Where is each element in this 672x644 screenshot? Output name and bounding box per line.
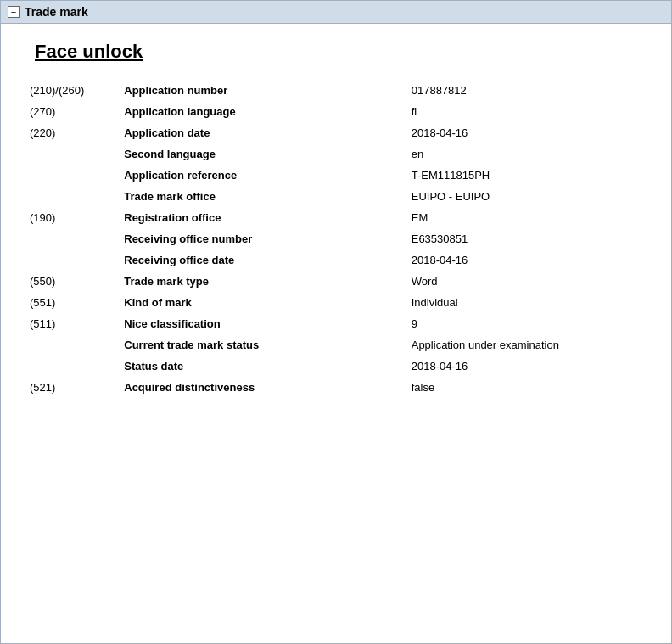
field-code [26, 186, 120, 207]
field-label: Current trade mark status [120, 334, 407, 356]
table-row: (521)Acquired distinctivenessfalse [26, 377, 646, 398]
trademark-name: Face unlock [35, 41, 646, 63]
trade-mark-panel: − Trade mark Face unlock (210)/(260)Appl… [0, 0, 672, 644]
field-code: (190) [26, 207, 120, 228]
field-code [26, 143, 120, 165]
field-code [26, 334, 120, 356]
collapse-icon[interactable]: − [8, 6, 20, 18]
table-row: Current trade mark statusApplication und… [26, 334, 646, 356]
field-label: Trade mark type [120, 271, 407, 292]
fields-table: (210)/(260)Application number017887812(2… [26, 80, 646, 398]
field-label: Application language [120, 101, 407, 122]
table-row: (270)Application languagefi [26, 101, 646, 122]
table-row: (551)Kind of markIndividual [26, 292, 646, 313]
field-code: (550) [26, 271, 120, 292]
field-code: (511) [26, 313, 120, 334]
field-label: Receiving office date [120, 249, 407, 271]
field-value: 017887812 [408, 80, 646, 101]
table-row: (511)Nice classification9 [26, 313, 646, 334]
table-row: Receiving office numberE63530851 [26, 228, 646, 249]
field-label: Application reference [120, 165, 407, 186]
table-row: Trade mark officeEUIPO - EUIPO [26, 186, 646, 207]
field-value: 2018-04-16 [408, 356, 646, 377]
table-row: (210)/(260)Application number017887812 [26, 80, 646, 101]
field-code: (521) [26, 377, 120, 398]
field-value: Application under examination [408, 334, 646, 356]
table-row: Receiving office date2018-04-16 [26, 249, 646, 271]
field-code [26, 249, 120, 271]
field-value: fi [408, 101, 646, 122]
field-code [26, 356, 120, 377]
field-code [26, 228, 120, 249]
table-row: Second languageen [26, 143, 646, 165]
table-row: Status date2018-04-16 [26, 356, 646, 377]
field-value: en [408, 143, 646, 165]
field-value: false [408, 377, 646, 398]
table-row: (550)Trade mark typeWord [26, 271, 646, 292]
panel-body: Face unlock (210)/(260)Application numbe… [1, 24, 671, 423]
panel-header: − Trade mark [1, 1, 671, 24]
field-value: E63530851 [408, 228, 646, 249]
field-label: Status date [120, 356, 407, 377]
table-row: Application referenceT-EM111815PH [26, 165, 646, 186]
field-label: Kind of mark [120, 292, 407, 313]
field-code: (220) [26, 122, 120, 143]
field-label: Application date [120, 122, 407, 143]
field-value: EUIPO - EUIPO [408, 186, 646, 207]
field-label: Nice classification [120, 313, 407, 334]
table-row: (190)Registration officeEM [26, 207, 646, 228]
field-value: 9 [408, 313, 646, 334]
field-code: (551) [26, 292, 120, 313]
table-row: (220)Application date2018-04-16 [26, 122, 646, 143]
field-value: EM [408, 207, 646, 228]
field-value: T-EM111815PH [408, 165, 646, 186]
field-code: (210)/(260) [26, 80, 120, 101]
field-value: 2018-04-16 [408, 122, 646, 143]
field-label: Second language [120, 143, 407, 165]
field-label: Registration office [120, 207, 407, 228]
field-label: Acquired distinctiveness [120, 377, 407, 398]
field-label: Application number [120, 80, 407, 101]
field-value: Individual [408, 292, 646, 313]
field-value: 2018-04-16 [408, 249, 646, 271]
field-label: Trade mark office [120, 186, 407, 207]
panel-title: Trade mark [25, 5, 88, 19]
field-value: Word [408, 271, 646, 292]
field-code: (270) [26, 101, 120, 122]
field-label: Receiving office number [120, 228, 407, 249]
field-code [26, 165, 120, 186]
